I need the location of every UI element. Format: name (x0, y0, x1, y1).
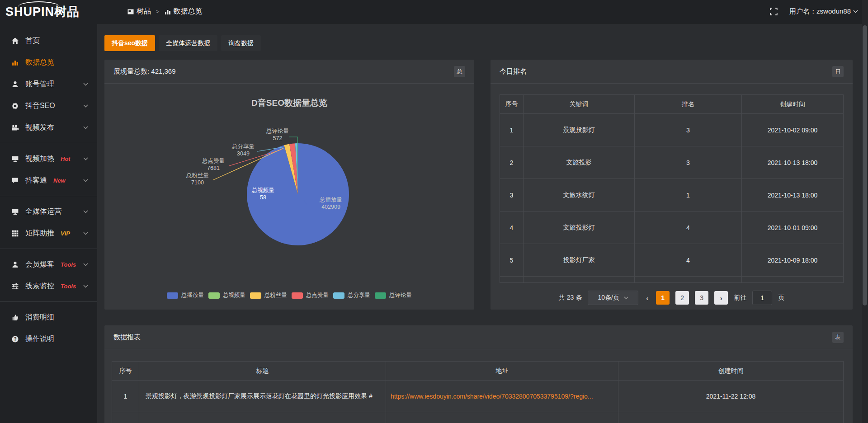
table-badge-button[interactable]: 表 (832, 332, 844, 343)
legend-chip (292, 292, 303, 299)
sidebar-item-video-heat[interactable]: 视频加热 Hot (0, 148, 97, 169)
col-keyword: 关键词 (524, 95, 635, 114)
sidebar-item-home[interactable]: 首页 (0, 30, 97, 52)
legend-chip (167, 292, 178, 299)
user-icon (11, 260, 19, 268)
main-content: 抖音seo数据 全媒体运营数据 询盘数据 展现量总数: 421,369 总 D音… (97, 24, 868, 423)
scrollbar-thumb[interactable] (863, 25, 867, 306)
sidebar-item-douketong[interactable]: 抖客通 New (0, 169, 97, 191)
sliders-icon (11, 282, 19, 290)
user-icon (11, 80, 19, 88)
goto-prefix: 前往 (734, 294, 746, 302)
table-row: 5投影灯厂家42021-10-09 18:00 (500, 244, 844, 277)
col-seq: 序号 (500, 95, 524, 114)
sidebar-item-label: 抖客通 (25, 176, 47, 185)
data-report-panel: 数据报表 表 序号 标题 地址 创建时间 1 景观投影灯，夜游景观投影灯 (104, 325, 853, 423)
pie-label-videos: 总视频量58 (238, 187, 288, 202)
thumbs-up-icon (11, 313, 19, 321)
page-3-button[interactable]: 3 (695, 291, 708, 305)
col-rank: 排名 (635, 95, 742, 114)
col-created: 创建时间 (618, 362, 844, 381)
legend-chip (250, 292, 261, 299)
vip-badge: VIP (61, 230, 70, 237)
sidebar-item-douyin-seo[interactable]: 抖音SEO (0, 95, 97, 117)
table-header-row: 序号 关键词 排名 创建时间 (500, 95, 844, 114)
sidebar-item-label: 全媒体运营 (25, 207, 61, 216)
legend-item-shares[interactable]: 总分享量 (333, 291, 370, 299)
goto-suffix: 页 (778, 294, 784, 302)
tools-badge: Tools (61, 283, 76, 290)
sidebar-item-help[interactable]: ? 操作说明 (0, 328, 97, 350)
chevron-down-icon (83, 285, 88, 288)
sidebar-item-video-publish[interactable]: 视频发布 (0, 117, 97, 138)
sidebar-divider (0, 249, 97, 249)
table-row: 2文旅投影32021-10-13 18:00 (500, 146, 844, 179)
legend-item-likes[interactable]: 总点赞量 (292, 291, 329, 299)
legend-item-comments[interactable]: 总评论量 (375, 291, 412, 299)
breadcrumb-root[interactable]: 树品 (127, 7, 151, 16)
sidebar-item-matrix-boost[interactable]: 矩阵助推 VIP (0, 222, 97, 244)
sidebar-item-label: 视频发布 (25, 123, 54, 132)
bar-chart-icon (165, 9, 171, 15)
table-row-spacer (500, 277, 844, 283)
monitor-icon (11, 207, 19, 216)
tab-douyin-seo[interactable]: 抖音seo数据 (104, 35, 155, 51)
table-row: 3文旅水纹灯12021-10-13 18:00 (500, 179, 844, 212)
sidebar-item-account[interactable]: 账号管理 (0, 73, 97, 95)
tools-badge: Tools (61, 261, 76, 268)
bar-chart-icon (11, 58, 19, 66)
breadcrumb-current[interactable]: 数据总览 (165, 7, 203, 16)
scrollbar[interactable] (862, 0, 868, 423)
overview-panel-title: 展现量总数: 421,369 (113, 67, 176, 76)
sidebar-item-lead-monitor[interactable]: 线索监控 Tools (0, 275, 97, 297)
chevron-down-icon (83, 104, 88, 108)
video-camera-icon (11, 123, 19, 132)
video-link[interactable]: https://www.iesdouyin.com/share/video/70… (386, 381, 618, 412)
sidebar-item-label: 消费明细 (25, 313, 54, 322)
tab-inquiry[interactable]: 询盘数据 (221, 35, 261, 51)
sidebar-item-all-media[interactable]: 全媒体运营 (0, 201, 97, 222)
goto-page-input[interactable] (752, 291, 772, 305)
sidebar-item-member-burst[interactable]: 会员爆客 Tools (0, 254, 97, 275)
tab-all-media[interactable]: 全媒体运营数据 (159, 35, 217, 51)
chevron-down-icon (83, 210, 88, 213)
pie-chart: D音SEO数据量总览 总评论量572 总分享量3049 (104, 84, 474, 309)
col-title: 标题 (139, 362, 386, 381)
user-menu[interactable]: 用户名：zswodun88 (789, 7, 858, 16)
page-size-select[interactable]: 10条/页 (588, 291, 638, 305)
new-badge: New (53, 177, 66, 184)
day-badge-button[interactable]: 日 (832, 66, 844, 77)
page-1-button[interactable]: 1 (656, 291, 670, 305)
gear-icon (11, 102, 19, 110)
sidebar-item-label: 矩阵助推 (25, 229, 54, 238)
overview-panel: 展现量总数: 421,369 总 D音SEO数据量总览 总评论量572 (104, 60, 474, 310)
fullscreen-icon[interactable] (770, 8, 778, 15)
col-created: 创建时间 (742, 95, 844, 114)
chevron-down-icon (83, 232, 88, 235)
sidebar-item-label: 账号管理 (25, 80, 54, 89)
ranking-panel-title: 今日排名 (500, 67, 527, 76)
logo-arc (18, 1, 60, 7)
sidebar-item-consumption[interactable]: 消费明细 (0, 306, 97, 328)
chart-legend: 总播放量 总视频量 总粉丝量 总点赞量 总分享量 总评论量 (104, 291, 474, 299)
legend-item-videos[interactable]: 总视频量 (208, 291, 245, 299)
chevron-down-icon (853, 10, 858, 13)
prev-page-button[interactable]: ‹ (644, 294, 650, 302)
chevron-down-icon (83, 157, 88, 160)
legend-item-fans[interactable]: 总粉丝量 (250, 291, 287, 299)
app-logo: SHUPIN树品 (0, 0, 97, 24)
next-page-button[interactable]: › (714, 291, 728, 305)
report-table: 序号 标题 地址 创建时间 1 景观投影灯，夜游景观投影灯厂家展示展示落花灯在花… (112, 361, 844, 423)
screen-icon (11, 155, 19, 163)
total-badge-button[interactable]: 总 (454, 66, 465, 77)
page-2-button[interactable]: 2 (675, 291, 689, 305)
sidebar-item-label: 视频加热 (25, 154, 54, 164)
pie-label-fans: 总粉丝量7100 (173, 172, 222, 187)
pie-label-likes: 总点赞量7681 (189, 157, 238, 172)
table-row: 4文旅投影灯42021-10-01 09:00 (500, 212, 844, 244)
sidebar-item-data-overview[interactable]: 数据总览 (0, 52, 97, 73)
sidebar-item-label: 数据总览 (25, 58, 54, 67)
username-label: 用户名：zswodun88 (789, 7, 851, 16)
legend-item-plays[interactable]: 总播放量 (167, 291, 204, 299)
report-panel-title: 数据报表 (113, 333, 141, 342)
